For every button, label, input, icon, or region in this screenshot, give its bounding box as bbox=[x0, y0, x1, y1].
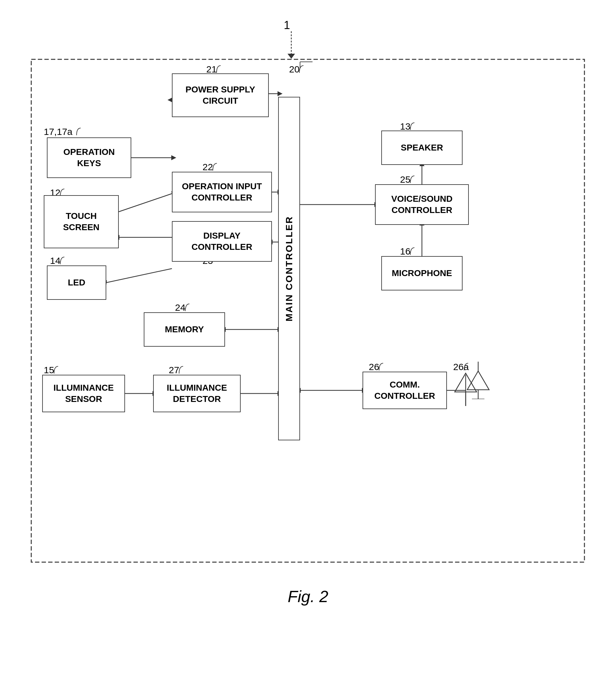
ref-14-curve bbox=[56, 255, 65, 265]
led-box: LED bbox=[47, 266, 106, 300]
touch-screen-box: TOUCHSCREEN bbox=[44, 195, 119, 248]
fig-caption: Fig. 2 bbox=[288, 587, 328, 606]
svg-line-11 bbox=[119, 193, 172, 212]
ref-25-curve bbox=[406, 174, 415, 184]
comm-controller-box: COMM.CONTROLLER bbox=[362, 372, 447, 409]
diagram-container: 1 bbox=[19, 19, 597, 618]
ref-27-curve bbox=[174, 365, 184, 374]
ref-26-curve bbox=[374, 362, 384, 371]
svg-rect-2 bbox=[31, 59, 585, 562]
display-controller-label: DISPLAYCONTROLLER bbox=[192, 230, 252, 253]
svg-marker-42 bbox=[467, 371, 489, 390]
ref-16-curve bbox=[406, 246, 415, 255]
operation-keys-box: OPERATIONKEYS bbox=[47, 137, 131, 178]
microphone-box: MICROPHONE bbox=[381, 256, 463, 291]
illuminance-detector-box: ILLUMINANCEDETECTOR bbox=[153, 375, 241, 412]
diagram-svg bbox=[19, 19, 597, 618]
speaker-box: SPEAKER bbox=[381, 131, 463, 165]
illuminance-sensor-label: ILLUMINANCESENSOR bbox=[53, 382, 114, 405]
antenna-symbol bbox=[466, 362, 491, 399]
microphone-label: MICROPHONE bbox=[392, 268, 452, 279]
ref-21-curve bbox=[212, 64, 221, 73]
svg-marker-1 bbox=[288, 54, 295, 59]
illuminance-sensor-box: ILLUMINANCESENSOR bbox=[42, 375, 125, 412]
main-controller-box: MAIN CONTROLLER bbox=[278, 97, 300, 440]
operation-keys-label: OPERATIONKEYS bbox=[63, 146, 115, 169]
ref-1-label: 1 bbox=[284, 19, 290, 32]
ref-17-label: 17,17a bbox=[44, 127, 72, 137]
led-label: LED bbox=[68, 277, 85, 288]
ref-17-curve bbox=[72, 127, 81, 136]
operation-input-controller-box: OPERATION INPUTCONTROLLER bbox=[172, 172, 272, 212]
touch-screen-label: TOUCHSCREEN bbox=[63, 210, 100, 233]
svg-marker-6 bbox=[278, 91, 283, 96]
voice-sound-controller-box: VOICE/SOUNDCONTROLLER bbox=[375, 184, 469, 225]
svg-marker-10 bbox=[171, 155, 176, 160]
ref-22-curve bbox=[208, 162, 218, 171]
svg-line-19 bbox=[106, 269, 172, 283]
ref-24-curve bbox=[181, 302, 190, 312]
memory-box: MEMORY bbox=[144, 312, 225, 347]
speaker-label: SPEAKER bbox=[401, 142, 443, 153]
power-supply-circuit-box: POWER SUPPLYCIRCUIT bbox=[172, 73, 269, 117]
display-controller-box: DISPLAYCONTROLLER bbox=[172, 221, 272, 262]
ref-15-curve bbox=[49, 365, 59, 374]
ref-13-curve bbox=[406, 121, 415, 131]
illuminance-detector-label: ILLUMINANCEDETECTOR bbox=[167, 382, 227, 405]
power-supply-label: POWER SUPPLYCIRCUIT bbox=[185, 84, 255, 107]
main-controller-label: MAIN CONTROLLER bbox=[284, 216, 294, 321]
operation-input-controller-label: OPERATION INPUTCONTROLLER bbox=[182, 181, 262, 204]
voice-sound-controller-label: VOICE/SOUNDCONTROLLER bbox=[391, 193, 453, 216]
comm-controller-label: COMM.CONTROLLER bbox=[374, 379, 435, 402]
ref-20-curve bbox=[295, 64, 304, 73]
memory-label: MEMORY bbox=[165, 324, 204, 335]
